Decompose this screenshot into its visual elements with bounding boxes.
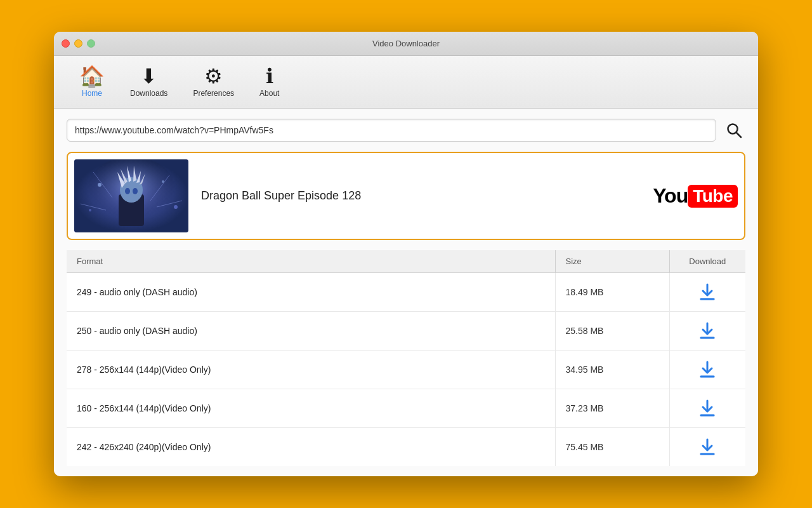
toolbar-preferences-label: Preferences bbox=[193, 89, 234, 98]
toolbar: 🏠 Home ⬇ Downloads ⚙ Preferences ℹ About bbox=[54, 56, 758, 109]
close-button[interactable] bbox=[62, 39, 70, 48]
format-table: Format Size Download 249 - audio only (D… bbox=[67, 250, 745, 466]
svg-rect-24 bbox=[700, 375, 715, 378]
svg-rect-23 bbox=[700, 337, 715, 339]
toolbar-preferences[interactable]: ⚙ Preferences bbox=[180, 62, 247, 102]
size-cell: 34.95 MB bbox=[555, 351, 669, 389]
download-icon bbox=[697, 437, 717, 457]
maximize-button[interactable] bbox=[87, 39, 95, 48]
svg-rect-26 bbox=[700, 453, 715, 455]
app-window: Video Downloader 🏠 Home ⬇ Downloads ⚙ Pr… bbox=[54, 32, 758, 476]
svg-point-16 bbox=[125, 188, 130, 194]
table-header-row: Format Size Download bbox=[67, 250, 745, 273]
table-row: 278 - 256x144 (144p)(Video Only)34.95 MB bbox=[67, 351, 745, 389]
download-header: Download bbox=[669, 250, 745, 273]
main-content: https://www.youtube.com/watch?v=PHmpAVfw… bbox=[54, 109, 758, 476]
window-title: Video Downloader bbox=[372, 39, 440, 48]
size-cell: 75.45 MB bbox=[555, 428, 669, 467]
format-cell: 278 - 256x144 (144p)(Video Only) bbox=[67, 351, 555, 389]
search-button[interactable] bbox=[723, 119, 745, 142]
url-input[interactable]: https://www.youtube.com/watch?v=PHmpAVfw… bbox=[67, 119, 716, 142]
download-cell bbox=[669, 389, 745, 428]
video-title: Dragon Ball Super Episode 128 bbox=[201, 189, 640, 203]
download-icon bbox=[697, 321, 717, 341]
toolbar-about-label: About bbox=[259, 89, 279, 98]
svg-point-17 bbox=[133, 188, 138, 194]
table-row: 250 - audio only (DASH audio)25.58 MB bbox=[67, 312, 745, 351]
download-cell bbox=[669, 312, 745, 351]
download-cell bbox=[669, 273, 745, 312]
svg-point-20 bbox=[89, 209, 91, 211]
downloads-icon: ⬇ bbox=[140, 66, 157, 86]
table-row: 242 - 426x240 (240p)(Video Only)75.45 MB bbox=[67, 428, 745, 467]
svg-line-1 bbox=[737, 133, 742, 138]
thumbnail-art bbox=[74, 159, 188, 232]
svg-point-19 bbox=[162, 180, 164, 183]
svg-point-18 bbox=[98, 183, 102, 187]
toolbar-downloads-label: Downloads bbox=[130, 89, 167, 98]
search-icon bbox=[726, 122, 742, 138]
youtube-logo: You Tube bbox=[653, 184, 738, 208]
size-cell: 25.58 MB bbox=[555, 312, 669, 351]
table-row: 160 - 256x144 (144p)(Video Only)37.23 MB bbox=[67, 389, 745, 428]
format-cell: 249 - audio only (DASH audio) bbox=[67, 273, 555, 312]
title-bar: Video Downloader bbox=[54, 32, 758, 56]
download-button[interactable] bbox=[680, 282, 736, 302]
svg-rect-25 bbox=[700, 414, 715, 417]
download-cell bbox=[669, 428, 745, 467]
size-cell: 37.23 MB bbox=[555, 389, 669, 428]
svg-point-21 bbox=[174, 205, 178, 209]
traffic-lights bbox=[62, 39, 95, 48]
download-button[interactable] bbox=[680, 321, 736, 341]
yt-you-text: You bbox=[653, 184, 688, 208]
format-header: Format bbox=[67, 250, 555, 273]
download-button[interactable] bbox=[680, 437, 736, 457]
size-cell: 18.49 MB bbox=[555, 273, 669, 312]
toolbar-home[interactable]: 🏠 Home bbox=[67, 62, 117, 102]
table-row: 249 - audio only (DASH audio)18.49 MB bbox=[67, 273, 745, 312]
home-icon: 🏠 bbox=[79, 66, 105, 86]
format-cell: 160 - 256x144 (144p)(Video Only) bbox=[67, 389, 555, 428]
format-cell: 250 - audio only (DASH audio) bbox=[67, 312, 555, 351]
download-button[interactable] bbox=[680, 359, 736, 380]
download-cell bbox=[669, 351, 745, 389]
video-thumbnail bbox=[74, 159, 188, 232]
download-icon bbox=[697, 398, 717, 418]
preferences-icon: ⚙ bbox=[204, 66, 223, 86]
toolbar-downloads[interactable]: ⬇ Downloads bbox=[117, 62, 180, 102]
toolbar-about[interactable]: ℹ About bbox=[247, 62, 292, 102]
about-icon: ℹ bbox=[266, 66, 273, 86]
size-header: Size bbox=[555, 250, 669, 273]
svg-rect-22 bbox=[700, 298, 715, 300]
download-button[interactable] bbox=[680, 398, 736, 418]
search-bar: https://www.youtube.com/watch?v=PHmpAVfw… bbox=[67, 119, 745, 142]
yt-tube-text: Tube bbox=[688, 185, 738, 208]
minimize-button[interactable] bbox=[74, 39, 82, 48]
format-cell: 242 - 426x240 (240p)(Video Only) bbox=[67, 428, 555, 467]
download-icon bbox=[697, 359, 717, 380]
download-icon bbox=[697, 282, 717, 302]
toolbar-home-label: Home bbox=[82, 89, 102, 98]
video-card: Dragon Ball Super Episode 128 You Tube bbox=[67, 152, 745, 240]
